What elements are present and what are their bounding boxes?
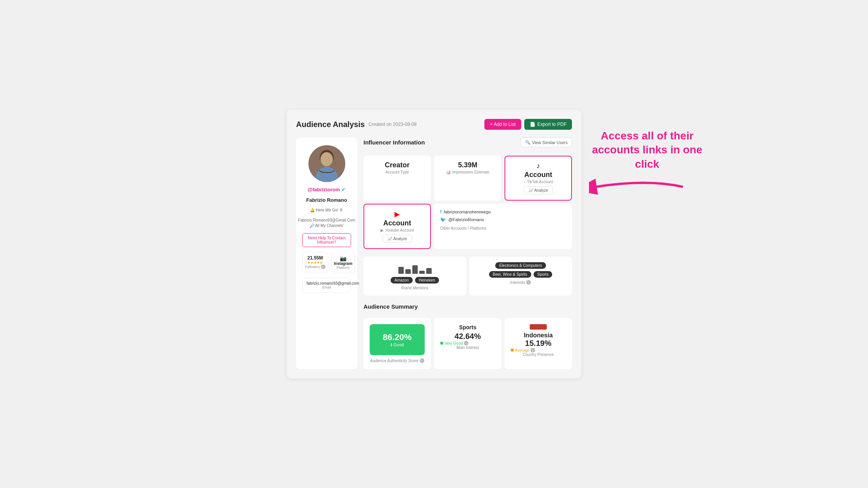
username-row: @fabriziorom ✔: [308, 187, 346, 192]
interest-info-icon: i: [464, 341, 468, 345]
view-similar-button[interactable]: 🔍 View Similar Users: [521, 137, 572, 147]
authenticity-cell: 86.20% ℹ Good Audience Authenticity Scor…: [363, 318, 431, 369]
platform-name: Instagram: [334, 261, 353, 266]
real-name: Fabrizio Romano: [306, 197, 347, 203]
followers-value: 21.55M: [305, 255, 326, 261]
contact-button[interactable]: Need Help To Contact Influencer?: [302, 233, 351, 247]
youtube-analyze-button[interactable]: 📈 Analyze: [382, 235, 412, 243]
tiktok-account-sub: ♪ TikTok Account: [512, 180, 565, 184]
facebook-link: f fabrizioromanoherewego: [440, 209, 566, 215]
other-accounts-cell: f fabrizioromanoherewego 🐦 @FabrizioRoma…: [434, 204, 572, 249]
youtube-icon: ▶: [370, 210, 424, 218]
bar5: [426, 268, 432, 274]
score-value: 86.20%: [383, 332, 412, 342]
brand-bars: [370, 262, 460, 274]
impressions-value: 5.39M: [440, 161, 495, 169]
tiktok-sub-icon: ♪: [524, 180, 525, 184]
left-panel: @fabriziorom ✔ Fabrizio Romano 🔔 Here We…: [296, 137, 357, 369]
score-quality: ℹ Good: [391, 342, 404, 347]
country-quality: Average i: [511, 348, 566, 352]
country-label: Country Presence: [511, 352, 566, 357]
email-label: Email: [307, 285, 347, 289]
info-grid: Creator Account Type 5.39M 📊 Impressions…: [363, 156, 572, 249]
country-bar: [530, 324, 547, 330]
bar3: [412, 265, 418, 274]
email-box: fabrizio.romano93@gmail.com Email: [302, 278, 351, 293]
tiktok-analyze-button[interactable]: 📈 Analyze: [524, 186, 553, 194]
card-header: Audience Analysis Created on 2023-08-08 …: [296, 119, 572, 130]
annotation-arrow: [589, 175, 690, 198]
annotation: Access all of their accounts links in on…: [589, 129, 705, 198]
page-title: Audience Analysis: [296, 120, 365, 129]
export-pdf-button[interactable]: 📄 Export to PDF: [524, 119, 572, 130]
score-box: 86.20% ℹ Good: [370, 324, 425, 355]
star-rating: ★★★★★: [305, 261, 326, 265]
twitter-link: 🐦 @FabrizioRomano: [440, 217, 566, 222]
brand-tag-heineken: Heineken: [415, 277, 439, 284]
analyze-icon2: 📈: [388, 237, 392, 241]
stats-row: 21.55M ★★★★★ Followers i 📷 Instagram Pla…: [302, 252, 351, 273]
creator-label: Creator: [370, 161, 425, 169]
platform-label: Platform: [334, 266, 353, 270]
country-bar-wrap: [511, 324, 566, 330]
interests-label: Interests i: [510, 280, 531, 285]
annotation-text: Access all of their accounts links in on…: [589, 129, 705, 171]
analyze-icon: 📈: [529, 188, 533, 192]
header-buttons: + Add to List 📄 Export to PDF: [484, 119, 572, 130]
influencer-section-header: Influencer Information 🔍 View Similar Us…: [363, 137, 572, 147]
country-info-icon: i: [530, 348, 535, 352]
verified-icon: ✔: [341, 187, 346, 192]
green-dot: [440, 342, 443, 345]
interest-quality: Very Good i: [440, 341, 495, 345]
username: @fabriziorom: [308, 187, 340, 192]
avatar: [308, 145, 345, 182]
followers-info-icon: i: [321, 265, 326, 269]
info-line2: Fabrizio.Romano93@Gmail.Com 🔎 All My Cha…: [298, 218, 355, 229]
right-panel: Influencer Information 🔍 View Similar Us…: [363, 137, 572, 369]
youtube-sub-icon: ▶: [381, 228, 384, 232]
other-label: Other Accounts / Platforms: [440, 226, 566, 230]
title-group: Audience Analysis Created on 2023-08-08: [296, 120, 417, 129]
export-icon: 📄: [530, 122, 536, 127]
interests-cell: Electronics & Computers Beer, Wine & Spi…: [469, 257, 572, 296]
bar1: [398, 267, 404, 274]
interest-tag-beer: Beer, Wine & Spirits: [489, 271, 531, 278]
facebook-icon: f: [440, 209, 441, 215]
creator-sub: Account Type: [370, 170, 425, 174]
country-pct: 15.19%: [511, 339, 566, 348]
interest-tag-electronics: Electronics & Computers: [495, 262, 546, 269]
created-date: Created on 2023-08-08: [369, 122, 417, 127]
interests-info-icon: i: [526, 280, 531, 285]
country-cell: Indonesia 15.19% Average i Country Prese…: [505, 318, 572, 369]
score-label: Audience Authenticity Score i: [370, 358, 425, 363]
country-name: Indonesia: [511, 332, 566, 339]
score-info-icon: i: [420, 358, 424, 363]
creator-cell: Creator Account Type: [363, 156, 431, 201]
good-icon: ℹ: [391, 342, 392, 347]
add-to-list-button[interactable]: + Add to List: [484, 119, 521, 130]
youtube-account-sub: ▶ Youtube Account: [370, 228, 424, 232]
tiktok-icon: ♪: [512, 162, 565, 170]
brand-tag-amazon: Amazon: [391, 277, 413, 284]
svg-point-2: [320, 152, 333, 166]
search-icon: 🔍: [525, 140, 530, 145]
twitter-icon: 🐦: [440, 217, 446, 222]
main-card: Audience Analysis Created on 2023-08-08 …: [287, 110, 581, 378]
email-value: fabrizio.romano93@gmail.com: [307, 281, 347, 285]
followers-stat: 21.55M ★★★★★ Followers i: [302, 252, 328, 273]
interest-pct: 42.64%: [440, 332, 495, 341]
bar4: [419, 271, 425, 274]
tiktok-account-cell: ♪ Account ♪ TikTok Account 📈 Analyze: [505, 156, 572, 201]
interest-tags: Electronics & Computers Beer, Wine & Spi…: [475, 262, 566, 278]
brand-mentions-label: Brand Mentions: [370, 286, 460, 290]
info-line1: 🔔 Here We Go! 🎙: [310, 208, 343, 213]
bar2: [405, 269, 411, 274]
interest-tag-sports: Sports: [534, 271, 553, 278]
chart-icon: 📊: [446, 170, 451, 174]
interest-label: Main Interest: [440, 345, 495, 350]
interest-name: Sports: [440, 324, 495, 330]
audience-summary-header: Audience Summary: [363, 303, 572, 310]
content-area: @fabriziorom ✔ Fabrizio Romano 🔔 Here We…: [296, 137, 572, 369]
instagram-icon: 📷: [334, 255, 353, 261]
brand-tags: Amazon Heineken: [370, 277, 460, 284]
